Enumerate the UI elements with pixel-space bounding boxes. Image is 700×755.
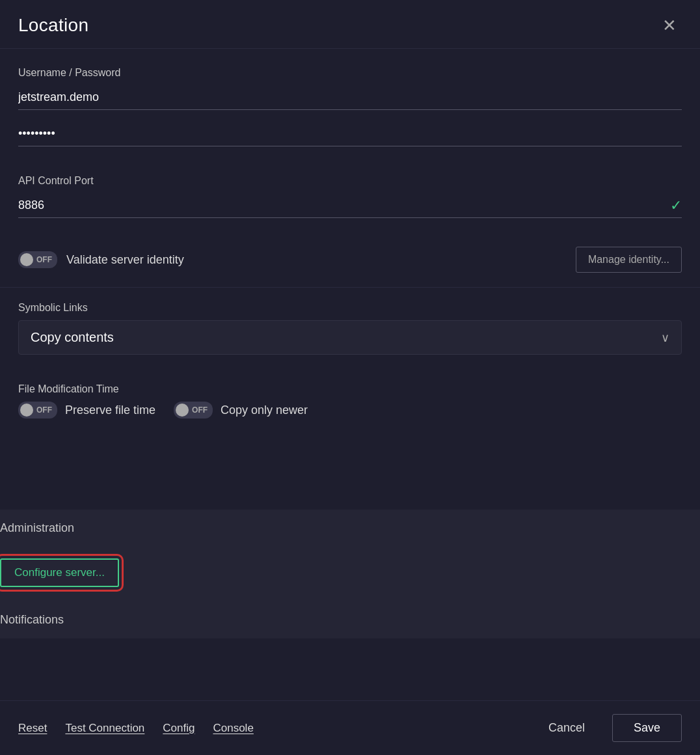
- config-button[interactable]: Config: [163, 722, 195, 735]
- footer-links: Reset Test Connection Config Console: [18, 722, 254, 735]
- administration-section-header: Administration: [0, 510, 700, 547]
- validate-identity-label: Validate server identity: [66, 253, 184, 267]
- symbolic-links-section: Symbolic Links Copy contents ∨: [18, 302, 682, 369]
- symbolic-links-select[interactable]: Copy contents ∨: [18, 320, 682, 355]
- test-connection-button[interactable]: Test Connection: [65, 722, 144, 735]
- dialog-footer: Reset Test Connection Config Console Can…: [0, 700, 700, 755]
- validate-identity-toggle[interactable]: OFF: [18, 251, 57, 268]
- copy-only-newer-toggle[interactable]: OFF: [174, 402, 213, 419]
- preserve-file-time-toggle[interactable]: OFF: [18, 402, 57, 419]
- configure-server-button[interactable]: Configure server...: [0, 558, 119, 587]
- reset-button[interactable]: Reset: [18, 722, 47, 735]
- api-port-section: API Control Port ✓: [18, 175, 682, 232]
- location-dialog: Location ✕ Username / Password API Contr…: [0, 0, 700, 755]
- footer-actions: Cancel Save: [532, 714, 682, 742]
- symbolic-links-label: Symbolic Links: [18, 302, 682, 314]
- preserve-file-time-label: Preserve file time: [65, 404, 155, 417]
- api-port-label: API Control Port: [18, 175, 682, 187]
- cancel-button[interactable]: Cancel: [532, 714, 602, 742]
- copy-newer-off-label: OFF: [192, 405, 208, 415]
- port-row: ✓: [18, 193, 682, 218]
- copy-only-newer-group: OFF Copy only newer: [174, 402, 308, 419]
- copy-newer-toggle-knob: [176, 404, 189, 417]
- notifications-section: Notifications: [0, 601, 700, 638]
- copy-only-newer-label: Copy only newer: [221, 404, 308, 417]
- manage-identity-button[interactable]: Manage identity...: [576, 247, 682, 273]
- port-input[interactable]: [18, 193, 670, 217]
- symbolic-links-value: Copy contents: [31, 330, 114, 345]
- dialog-title: Location: [18, 15, 88, 36]
- file-modification-section: File Modification Time OFF Preserve file…: [18, 383, 682, 433]
- preserve-off-label: OFF: [36, 405, 52, 415]
- validate-identity-left: OFF Validate server identity: [18, 251, 184, 268]
- password-input[interactable]: [18, 122, 682, 146]
- save-button[interactable]: Save: [612, 714, 682, 742]
- credentials-section: Username / Password: [18, 67, 682, 161]
- administration-heading: Administration: [0, 521, 700, 535]
- dialog-header: Location ✕: [0, 0, 700, 49]
- file-modification-label: File Modification Time: [18, 383, 682, 395]
- administration-section-body: Configure server...: [0, 547, 700, 601]
- validate-identity-row: OFF Validate server identity Manage iden…: [18, 247, 682, 273]
- notifications-heading: Notifications: [0, 613, 700, 627]
- divider-1: [0, 287, 700, 288]
- credentials-label: Username / Password: [18, 67, 682, 79]
- chevron-down-icon: ∨: [661, 331, 669, 345]
- dialog-body: Username / Password API Control Port ✓ O…: [0, 49, 700, 510]
- console-button[interactable]: Console: [213, 722, 253, 735]
- preserve-toggle-knob: [20, 404, 33, 417]
- preserve-file-time-group: OFF Preserve file time: [18, 402, 155, 419]
- close-button[interactable]: ✕: [657, 14, 682, 36]
- spacer: [0, 638, 700, 701]
- username-input[interactable]: [18, 85, 682, 110]
- toggle-off-label: OFF: [36, 255, 52, 264]
- port-valid-icon: ✓: [670, 197, 682, 214]
- toggle-knob: [20, 253, 33, 266]
- file-modification-toggles: OFF Preserve file time OFF Copy only new…: [18, 402, 682, 419]
